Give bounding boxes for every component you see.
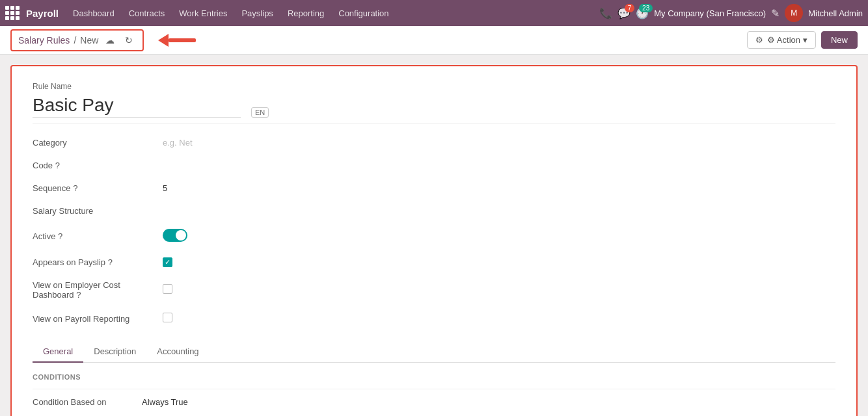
activity-icon[interactable]: 📞 [599,7,612,20]
nav-payslips[interactable]: Payslips [235,6,279,21]
gear-icon: ⚙ [755,35,763,45]
conditions-section: CONDITIONS Condition Based on Always Tru… [33,373,835,407]
tab-accounting[interactable]: Accounting [146,341,209,363]
payroll-reporting-label: View on Payroll Reporting [33,310,163,328]
rule-name-label: Rule Name [33,82,835,91]
form-card: Rule Name EN Category e.g. Net Code ? [10,65,858,416]
activity-badge: 23 [639,4,653,12]
brand[interactable]: Payroll [5,6,59,20]
sequence-label: Sequence ? [33,179,163,197]
code-label: Code ? [33,157,163,174]
breadcrumb-current: New [80,35,98,46]
user-avatar[interactable]: M [785,4,803,22]
highlight-arrow [157,32,196,48]
active-toggle-switch[interactable] [163,229,187,242]
payslip-help-icon[interactable]: ? [108,257,113,267]
grid-icon [5,6,20,20]
save-manually-button[interactable]: ☁ [102,33,118,47]
tab-description[interactable]: Description [83,341,146,363]
rule-name-field: Rule Name EN [33,82,835,124]
nav-contracts[interactable]: Contracts [122,6,172,21]
tabs-row: General Description Accounting [33,341,835,363]
payroll-reporting-checkbox[interactable] [163,313,172,322]
nav-reporting[interactable]: Reporting [281,6,331,21]
toggle-knob [176,230,186,240]
category-label: Category [33,134,163,151]
clock-icon[interactable]: 🕐 23 [636,7,649,20]
active-label: Active ? [33,228,163,245]
top-navigation: Payroll Dashboard Contracts Work Entries… [0,0,868,26]
rule-name-input[interactable] [33,94,241,118]
employer-cost-help-icon[interactable]: ? [76,290,81,300]
company-name: My Company (San Francisco) [654,8,766,18]
messages-badge: 7 [625,4,635,12]
topnav-right: 📞 💬 7 🕐 23 My Company (San Francisco) ✎ … [599,4,863,22]
tools-icon[interactable]: ✎ [771,7,780,20]
breadcrumb-bar: Salary Rules / New ☁ ↻ ⚙ ⚙ Action ▾ New [0,26,868,55]
user-name: Mitchell Admin [808,8,863,18]
main-menu: Dashboard Contracts Work Entries Payslip… [66,6,597,21]
new-button[interactable]: New [821,31,858,49]
salary-structure-value[interactable] [163,202,835,220]
employer-cost-checkbox[interactable] [163,284,172,294]
active-help-icon[interactable]: ? [58,231,62,241]
tab-general[interactable]: General [33,341,83,363]
language-badge[interactable]: EN [251,107,269,118]
nav-dashboard[interactable]: Dashboard [66,6,121,21]
form-fields: Category e.g. Net Code ? Sequence ? Sala… [33,134,835,328]
appears-on-payslip-label: Appears on Payslip ? [33,254,163,271]
condition-based-on-label: Condition Based on [33,397,137,407]
action-button[interactable]: ⚙ ⚙ Action ▾ [747,31,816,49]
conditions-divider [33,389,835,389]
nav-configuration[interactable]: Configuration [332,6,395,21]
category-value[interactable]: e.g. Net [163,134,835,151]
conditions-title: CONDITIONS [33,373,835,381]
salary-structure-input[interactable] [163,206,272,216]
breadcrumb-right: ⚙ ⚙ Action ▾ New [747,31,858,49]
sequence-value[interactable] [163,179,835,197]
nav-work-entries[interactable]: Work Entries [172,6,234,21]
breadcrumb-separator: / [74,35,76,46]
appears-on-payslip-value[interactable]: ✓ [163,253,835,271]
content-area: Rule Name EN Category e.g. Net Code ? [0,55,868,416]
sequence-help-icon[interactable]: ? [73,183,77,193]
condition-based-on-value[interactable]: Always True [142,397,188,407]
discard-button[interactable]: ↻ [122,33,136,47]
code-value[interactable] [163,157,835,174]
active-toggle[interactable] [163,225,835,248]
breadcrumb-left: Salary Rules / New ☁ ↻ [10,29,196,51]
appears-on-payslip-checkbox[interactable]: ✓ [163,257,172,267]
employer-cost-label: View on Employer Cost Dashboard ? [33,276,163,304]
chevron-down-icon: ▾ [803,35,807,45]
payroll-reporting-value[interactable] [163,309,835,328]
sequence-input[interactable] [163,183,272,193]
brand-label: Payroll [26,8,59,19]
salary-structure-label: Salary Structure [33,202,163,220]
condition-based-on-field: Condition Based on Always True [33,397,835,407]
messages-icon[interactable]: 💬 7 [617,7,631,20]
code-input[interactable] [163,161,272,170]
code-help-icon[interactable]: ? [55,161,60,170]
employer-cost-value[interactable] [163,280,835,300]
breadcrumb-parent[interactable]: Salary Rules [18,35,70,46]
